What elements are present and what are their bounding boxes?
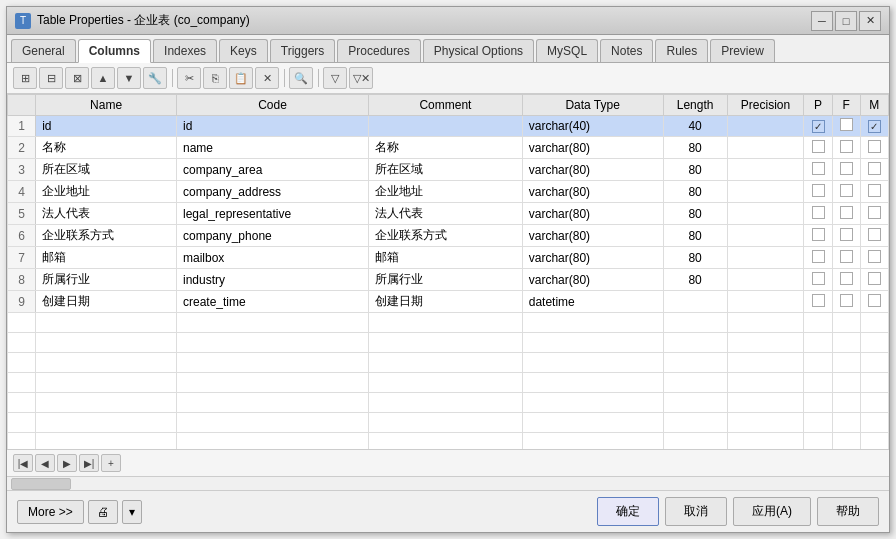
code-cell[interactable]: create_time xyxy=(177,291,369,313)
table-row[interactable]: 9创建日期create_time创建日期datetime xyxy=(8,291,889,313)
datatype-cell[interactable]: varchar(80) xyxy=(522,247,663,269)
delete-row-button[interactable]: ⊠ xyxy=(65,67,89,89)
f-checkbox-cell[interactable] xyxy=(832,269,860,291)
properties-button[interactable]: 🔧 xyxy=(143,67,167,89)
length-cell[interactable]: 80 xyxy=(663,225,727,247)
tab-indexes[interactable]: Indexes xyxy=(153,39,217,62)
precision-cell[interactable] xyxy=(727,269,804,291)
p-checkbox-cell[interactable] xyxy=(804,116,832,137)
code-cell[interactable]: name xyxy=(177,137,369,159)
col-header-precision[interactable]: Precision xyxy=(727,95,804,116)
datatype-cell[interactable]: varchar(80) xyxy=(522,269,663,291)
length-cell[interactable]: 80 xyxy=(663,181,727,203)
p-checkbox[interactable] xyxy=(812,120,825,133)
p-checkbox-cell[interactable] xyxy=(804,225,832,247)
print-button[interactable]: 🖨 xyxy=(88,500,118,524)
m-checkbox[interactable] xyxy=(868,140,881,153)
length-cell[interactable]: 40 xyxy=(663,116,727,137)
m-checkbox-cell[interactable] xyxy=(860,181,888,203)
precision-cell[interactable] xyxy=(727,181,804,203)
p-checkbox[interactable] xyxy=(812,140,825,153)
p-checkbox-cell[interactable] xyxy=(804,181,832,203)
precision-cell[interactable] xyxy=(727,159,804,181)
length-cell[interactable]: 80 xyxy=(663,269,727,291)
next-row-button[interactable]: ▶ xyxy=(57,454,77,472)
name-cell[interactable]: 所在区域 xyxy=(36,159,177,181)
code-cell[interactable]: legal_representative xyxy=(177,203,369,225)
m-checkbox[interactable] xyxy=(868,184,881,197)
m-checkbox[interactable] xyxy=(868,250,881,263)
p-checkbox-cell[interactable] xyxy=(804,137,832,159)
datatype-cell[interactable]: varchar(80) xyxy=(522,181,663,203)
col-header-m[interactable]: M xyxy=(860,95,888,116)
name-cell[interactable]: 名称 xyxy=(36,137,177,159)
datatype-cell[interactable]: varchar(80) xyxy=(522,203,663,225)
length-cell[interactable]: 80 xyxy=(663,203,727,225)
table-scroll-container[interactable]: Name Code Comment Data Type Length Preci… xyxy=(7,94,889,449)
precision-cell[interactable] xyxy=(727,225,804,247)
add-row-button[interactable]: ⊞ xyxy=(13,67,37,89)
maximize-button[interactable]: □ xyxy=(835,11,857,31)
p-checkbox-cell[interactable] xyxy=(804,203,832,225)
precision-cell[interactable] xyxy=(727,203,804,225)
paste-button[interactable]: 📋 xyxy=(229,67,253,89)
col-header-length[interactable]: Length xyxy=(663,95,727,116)
f-checkbox[interactable] xyxy=(840,294,853,307)
m-checkbox[interactable] xyxy=(868,294,881,307)
datatype-cell[interactable]: varchar(80) xyxy=(522,225,663,247)
tab-procedures[interactable]: Procedures xyxy=(337,39,420,62)
name-cell[interactable]: 企业联系方式 xyxy=(36,225,177,247)
move-down-button[interactable]: ▼ xyxy=(117,67,141,89)
m-checkbox[interactable] xyxy=(868,120,881,133)
horizontal-scrollbar[interactable] xyxy=(7,476,889,490)
col-header-f[interactable]: F xyxy=(832,95,860,116)
f-checkbox-cell[interactable] xyxy=(832,291,860,313)
code-cell[interactable]: id xyxy=(177,116,369,137)
name-cell[interactable]: 法人代表 xyxy=(36,203,177,225)
length-cell[interactable]: 80 xyxy=(663,247,727,269)
col-header-comment[interactable]: Comment xyxy=(369,95,523,116)
name-cell[interactable]: id xyxy=(36,116,177,137)
table-row[interactable]: 1ididvarchar(40)40 xyxy=(8,116,889,137)
move-up-button[interactable]: ▲ xyxy=(91,67,115,89)
m-checkbox-cell[interactable] xyxy=(860,137,888,159)
f-checkbox[interactable] xyxy=(840,206,853,219)
code-cell[interactable]: industry xyxy=(177,269,369,291)
more-button[interactable]: More >> xyxy=(17,500,84,524)
p-checkbox[interactable] xyxy=(812,162,825,175)
tab-mysql[interactable]: MySQL xyxy=(536,39,598,62)
p-checkbox-cell[interactable] xyxy=(804,159,832,181)
cancel-button[interactable]: 取消 xyxy=(665,497,727,526)
m-checkbox-cell[interactable] xyxy=(860,116,888,137)
table-row[interactable]: 4企业地址company_address企业地址varchar(80)80 xyxy=(8,181,889,203)
p-checkbox-cell[interactable] xyxy=(804,247,832,269)
tab-keys[interactable]: Keys xyxy=(219,39,268,62)
tab-notes[interactable]: Notes xyxy=(600,39,653,62)
apply-button[interactable]: 应用(A) xyxy=(733,497,811,526)
length-cell[interactable]: 80 xyxy=(663,159,727,181)
table-row[interactable]: 5法人代表legal_representative法人代表varchar(80)… xyxy=(8,203,889,225)
comment-cell[interactable] xyxy=(369,116,523,137)
table-row[interactable]: 2名称name名称varchar(80)80 xyxy=(8,137,889,159)
filter-button[interactable]: ▽ xyxy=(323,67,347,89)
filter-clear-button[interactable]: ▽✕ xyxy=(349,67,373,89)
m-checkbox-cell[interactable] xyxy=(860,269,888,291)
p-checkbox[interactable] xyxy=(812,294,825,307)
comment-cell[interactable]: 企业地址 xyxy=(369,181,523,203)
help-button[interactable]: 帮助 xyxy=(817,497,879,526)
table-row[interactable]: 7邮箱mailbox邮箱varchar(80)80 xyxy=(8,247,889,269)
cut-button[interactable]: ✂ xyxy=(177,67,201,89)
table-row[interactable]: 3所在区域company_area所在区域varchar(80)80 xyxy=(8,159,889,181)
m-checkbox-cell[interactable] xyxy=(860,247,888,269)
name-cell[interactable]: 创建日期 xyxy=(36,291,177,313)
comment-cell[interactable]: 所属行业 xyxy=(369,269,523,291)
datatype-cell[interactable]: varchar(40) xyxy=(522,116,663,137)
minimize-button[interactable]: ─ xyxy=(811,11,833,31)
f-checkbox-cell[interactable] xyxy=(832,159,860,181)
f-checkbox[interactable] xyxy=(840,162,853,175)
length-cell[interactable]: 80 xyxy=(663,137,727,159)
m-checkbox[interactable] xyxy=(868,272,881,285)
code-cell[interactable]: company_area xyxy=(177,159,369,181)
p-checkbox[interactable] xyxy=(812,272,825,285)
m-checkbox[interactable] xyxy=(868,162,881,175)
